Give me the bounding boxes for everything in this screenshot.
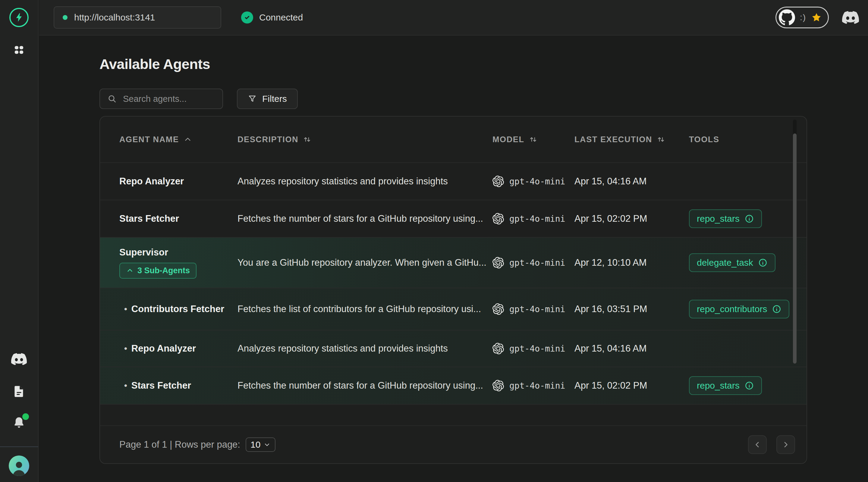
discord-button[interactable]: [842, 9, 859, 26]
person-icon: [10, 459, 27, 476]
agent-name: Repo Analyzer: [131, 343, 196, 354]
filters-button[interactable]: Filters: [237, 89, 298, 109]
table-row[interactable]: Stars Fetcher Fetches the number of star…: [100, 200, 807, 237]
last-execution: Apr 15, 02:02 PM: [575, 213, 689, 224]
topbar: Connected :): [39, 0, 868, 36]
funnel-icon: [248, 94, 257, 103]
agent-name: Stars Fetcher: [119, 213, 179, 224]
sidebar-divider: [0, 446, 38, 447]
column-header-description[interactable]: DESCRIPTION: [238, 135, 493, 144]
agents-table-panel: AGENT NAME DESCRIPTION MODEL LAST EXECUT…: [99, 116, 807, 464]
last-execution: Apr 12, 10:10 AM: [575, 257, 689, 268]
search-icon: [107, 94, 117, 104]
openai-icon: [493, 380, 504, 391]
bullet: •: [124, 381, 127, 390]
tool-name: repo_stars: [697, 214, 740, 224]
chevron-down-icon: [264, 441, 271, 448]
agent-description: Analyzes repository statistics and provi…: [238, 176, 493, 187]
chevron-right-icon: [781, 440, 790, 449]
discord-icon: [11, 351, 27, 367]
sidebar-item-docs[interactable]: [12, 384, 26, 398]
smiley-text: :): [800, 13, 806, 22]
github-icon: [779, 9, 795, 26]
tool-name: delegate_task: [697, 258, 753, 268]
pagination-summary: Page 1 of 1 | Rows per page:: [119, 439, 240, 450]
sidebar-item-notifications[interactable]: [12, 416, 26, 429]
table-row-sub-agent[interactable]: •Contributors Fetcher Fetches the list o…: [100, 288, 807, 330]
openai-icon: [493, 343, 504, 354]
previous-page-button[interactable]: [748, 435, 767, 454]
sub-agents-count-label: 3 Sub-Agents: [137, 266, 190, 275]
last-execution: Apr 16, 03:51 PM: [575, 304, 689, 315]
user-avatar[interactable]: [9, 455, 29, 476]
sort-icon: [303, 135, 312, 144]
table-empty-space: [100, 404, 807, 425]
rows-per-page-select[interactable]: 10: [246, 438, 276, 452]
table-row[interactable]: Repo Analyzer Analyzes repository statis…: [100, 162, 807, 200]
model-name: gpt-4o-mini: [509, 176, 565, 187]
connection-status-label: Connected: [259, 12, 303, 23]
file-icon: [12, 384, 26, 398]
bullet: •: [124, 304, 127, 314]
chevron-left-icon: [753, 440, 762, 449]
info-icon[interactable]: [758, 258, 768, 267]
tool-name: repo_stars: [697, 381, 740, 391]
next-page-button[interactable]: [776, 435, 795, 454]
info-icon[interactable]: [744, 214, 754, 224]
notification-dot: [22, 413, 29, 420]
search-input[interactable]: [123, 94, 215, 104]
last-execution: Apr 15, 04:16 AM: [575, 176, 689, 187]
openai-icon: [493, 303, 504, 315]
openai-icon: [493, 257, 504, 268]
table-row-supervisor[interactable]: Supervisor 3 Sub-Agents You are a GitHub…: [100, 237, 807, 288]
tool-badge[interactable]: repo_contributors: [689, 300, 789, 318]
sidebar-item-discord[interactable]: [11, 351, 27, 367]
last-execution: Apr 15, 02:02 PM: [575, 380, 689, 391]
table-footer: Page 1 of 1 | Rows per page: 10: [100, 425, 807, 463]
model-name: gpt-4o-mini: [509, 258, 565, 268]
openai-icon: [493, 175, 504, 187]
column-header-last-execution[interactable]: LAST EXECUTION: [575, 135, 689, 144]
connection-status: Connected: [241, 11, 303, 24]
column-header-agent-name[interactable]: AGENT NAME: [119, 135, 238, 144]
tool-badge[interactable]: repo_stars: [689, 210, 762, 228]
info-icon[interactable]: [744, 381, 754, 390]
sub-agents-toggle[interactable]: 3 Sub-Agents: [119, 263, 196, 279]
grid-icon: [13, 44, 25, 56]
tool-name: repo_contributors: [697, 304, 767, 314]
scrollbar-thumb[interactable]: [793, 133, 797, 364]
scrollbar-track: [793, 120, 797, 364]
sort-icon: [656, 135, 665, 144]
filters-label: Filters: [262, 94, 287, 104]
search-box: [99, 89, 223, 109]
model-name: gpt-4o-mini: [509, 214, 565, 224]
model-name: gpt-4o-mini: [509, 344, 565, 354]
agent-description: Fetches the number of stars for a GitHub…: [238, 380, 493, 391]
column-header-model[interactable]: MODEL: [493, 135, 575, 144]
check-circle-icon: [241, 11, 253, 24]
tool-badge[interactable]: delegate_task: [689, 253, 775, 272]
info-icon[interactable]: [772, 304, 781, 314]
openai-icon: [493, 213, 504, 224]
server-status-dot: [63, 15, 67, 20]
agent-description: You are a GitHub repository analyzer. Wh…: [238, 257, 493, 268]
server-url-input[interactable]: [74, 12, 212, 23]
agent-name: Contributors Fetcher: [131, 304, 224, 315]
sidebar: [0, 0, 38, 482]
table-row-sub-agent[interactable]: •Stars Fetcher Fetches the number of sta…: [100, 366, 807, 404]
tool-badge[interactable]: repo_stars: [689, 376, 762, 395]
agent-description: Fetches the list of contributors for a G…: [238, 304, 493, 315]
agent-description: Analyzes repository statistics and provi…: [238, 343, 493, 354]
sort-icon: [529, 135, 538, 144]
agent-name: Stars Fetcher: [131, 380, 191, 391]
star-icon: [811, 12, 822, 23]
server-url-box: [54, 6, 221, 29]
sidebar-item-dashboard[interactable]: [13, 44, 25, 56]
app-logo[interactable]: [9, 8, 29, 27]
column-header-tools: TOOLS: [689, 135, 807, 144]
lightning-bolt-icon: [14, 12, 24, 23]
github-star-button[interactable]: :): [775, 7, 829, 28]
table-row-sub-agent[interactable]: •Repo Analyzer Analyzes repository stati…: [100, 330, 807, 366]
page-title: Available Agents: [99, 56, 210, 72]
chevron-up-icon: [183, 135, 192, 144]
